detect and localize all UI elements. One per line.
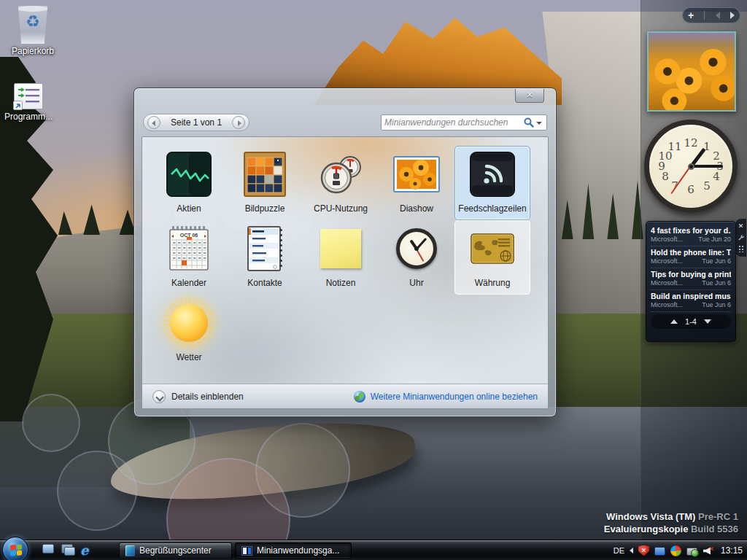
desktop-icon-label: Programm... [0,112,61,122]
feed-source: Microsoft... [651,279,683,287]
task-button-welcome-center[interactable]: Begrüßungscenter [119,542,232,559]
cpu-gauge-icon [317,150,365,198]
drag-handle-icon[interactable] [738,245,744,252]
minute-hand [691,165,723,168]
gadget-label: Uhr [409,278,423,288]
ie-icon: e [80,542,88,558]
start-button[interactable] [2,537,28,560]
desktop-icon-label: Papierkorb [0,46,66,56]
gadget-tile-bildpuzzle[interactable]: Bildpuzzle [227,146,303,220]
arrow-right-icon [238,120,241,126]
taskbar: e Begrüßungscenter Minianwendungsga... D… [0,540,747,560]
stocks-icon [165,150,213,198]
volume-muted-icon[interactable]: ✕ [703,545,713,556]
slideshow-icon [392,150,441,198]
gadget-tile-aktien[interactable]: Aktien [151,146,227,220]
build-watermark: Windows Vista (TM) Pre-RC 1 Evaluierungs… [604,510,738,535]
feed-item[interactable]: Hold the phone line: T.. Microsoft...Tue… [651,246,731,268]
internet-explorer-button[interactable]: e [80,544,95,557]
feed-source: Microsoft... [651,301,683,309]
feed-item[interactable]: Tips for buying a print.. Microsoft...Tu… [651,268,731,290]
rss-feed-icon [468,150,516,198]
gadget-label: Währung [475,278,511,288]
clock-gadget[interactable]: 1 2 3 4 5 6 7 8 9 10 11 12 [644,120,738,213]
next-page-icon[interactable] [730,12,735,19]
gadget-tile-diashow[interactable]: Diashow [379,146,454,220]
feed-item[interactable]: 4 fast fixes for your d... Microsoft...T… [651,225,731,246]
feed-date: Tue Jun 6 [702,301,731,309]
tray-expand-icon[interactable] [630,548,633,553]
gadget-tile-feedschlagzeilen[interactable]: Feedschlagzeilen [454,146,530,220]
gadget-search-box [381,114,547,131]
arrow-left-icon [152,120,155,126]
gallery-header: Seite 1 von 1 [143,113,547,132]
gadget-tile-kalender[interactable]: OCT 06 [151,220,227,295]
display-icon[interactable] [654,547,665,556]
desktop-icon-program-shortcut[interactable]: Programm... [0,83,61,122]
get-more-gadgets-link[interactable]: Weitere Minianwendungen online beziehen [354,391,538,402]
desktop-icon-recycle-bin[interactable]: ♻ Papierkorb [0,6,66,56]
gadget-label: Diashow [400,203,433,214]
switch-windows-button[interactable] [61,544,76,557]
feed-date: Tue Jun 6 [702,257,731,265]
wrench-icon[interactable] [738,234,744,241]
page-down-icon[interactable] [704,319,711,324]
language-indicator[interactable]: DE [614,546,624,555]
gadget-grid: Aktien [142,137,548,384]
show-details-button[interactable]: Details einblenden [152,390,244,403]
gallery-footer: Details einblenden Weitere Minianwendung… [142,384,548,408]
clock-numeral: 12 [684,136,697,149]
sun-icon [165,299,213,347]
gadget-label: Bildpuzzle [245,203,285,214]
currency-icon [468,225,516,273]
sidebar-controls: + [682,7,740,23]
clock-icon [392,225,441,273]
gadget-label: CPU-Nutzung [314,203,368,214]
gadget-tile-wetter[interactable]: Wetter [151,295,227,369]
previous-page-button[interactable] [147,116,160,129]
gadget-gallery-icon [241,546,252,556]
feed-date: Tue Jun 20 [698,236,731,244]
window-close-button[interactable]: ✕ [515,89,544,103]
online-link-label: Weitere Minianwendungen online beziehen [371,392,538,402]
search-options-dropdown[interactable] [535,117,543,128]
system-tray: DE ✕ ✕ 13:15 [614,540,743,560]
gadget-tile-uhr[interactable]: Uhr [379,220,454,295]
feed-item[interactable]: Build an inspired mus... Microsoft...Tue… [651,290,731,312]
previous-page-icon[interactable] [716,12,720,19]
wallpaper-bokeh-circle [57,451,137,531]
windows-update-icon[interactable] [670,545,681,556]
gadget-tile-cpu-nutzung[interactable]: CPU-Nutzung [303,146,379,220]
feed-range-label: 1-4 [685,317,697,326]
contacts-icon [241,225,289,273]
gadget-label: Aktien [177,203,201,214]
wallpaper-bokeh-circle [22,394,80,452]
gadget-tile-waehrung[interactable]: Währung [454,220,530,295]
feed-headlines-gadget[interactable]: 4 fast fixes for your d... Microsoft...T… [646,221,736,342]
clock-numeral: 6 [687,183,694,196]
gadget-label: Wetter [176,352,201,362]
clock-numeral: 5 [703,179,711,192]
gadget-tile-kontakte[interactable]: Kontakte [227,220,303,295]
add-gadget-button[interactable]: + [688,9,694,22]
task-button-gadget-gallery[interactable]: Minianwendungsga... [235,542,352,559]
show-desktop-button[interactable] [42,544,57,557]
search-icon[interactable] [523,117,535,128]
close-gadget-icon[interactable]: ✕ [738,223,744,230]
search-input[interactable] [384,117,523,128]
gadget-label: Notizen [326,278,356,288]
page-up-icon[interactable] [670,319,678,324]
security-alert-icon[interactable]: ✕ [638,545,649,556]
slideshow-gadget[interactable] [647,31,736,112]
gallery-body: Aktien [142,136,549,409]
network-icon[interactable] [686,548,697,556]
feed-date: Tue Jun 6 [702,279,731,287]
details-label: Details einblenden [171,392,244,402]
page-navigation: Seite 1 von 1 [143,114,249,131]
gadget-tile-notizen[interactable]: Notizen [303,220,379,295]
clock-time[interactable]: 13:15 [721,545,743,556]
clock-numeral: 11 [667,140,681,153]
vista-desktop: ♻ Papierkorb Programm... ✕ Seite 1 von 1 [0,0,747,560]
next-page-button[interactable] [232,116,245,129]
feed-source: Microsoft... [651,236,683,244]
